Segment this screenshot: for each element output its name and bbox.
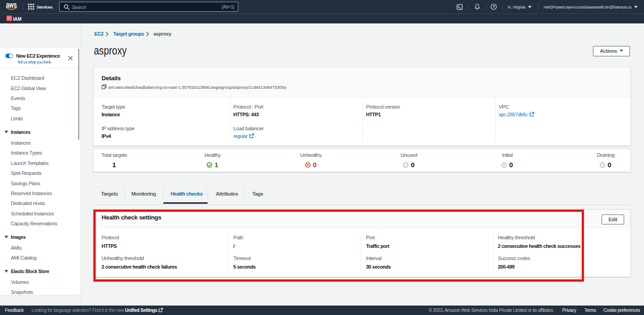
svg-text:?: ? xyxy=(492,5,495,9)
